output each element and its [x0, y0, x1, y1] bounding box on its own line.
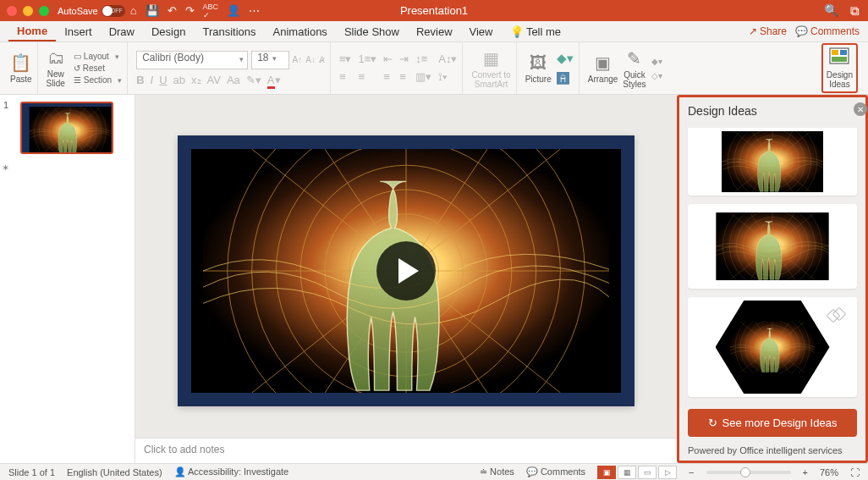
- layout-button[interactable]: ▭ Layout▾: [74, 52, 122, 61]
- share-people-icon[interactable]: ⧉: [850, 3, 860, 19]
- line-spacing-icon[interactable]: ↕≡: [415, 52, 431, 65]
- design-ideas-footer: Powered by Office intelligent services: [679, 440, 865, 461]
- picture-button[interactable]: 🖼 Picture: [525, 53, 552, 84]
- close-icon[interactable]: ✕: [854, 102, 867, 116]
- spellcheck-icon[interactable]: ABC✓: [203, 3, 219, 19]
- new-slide-button[interactable]: 🗂 New Slide: [41, 42, 70, 94]
- see-more-design-ideas-button[interactable]: ↻ See more Design Ideas: [688, 409, 857, 437]
- highlight-icon[interactable]: ✎▾: [246, 74, 261, 86]
- shape-outline-icon[interactable]: ◇▾: [651, 71, 662, 80]
- tab-view[interactable]: View: [461, 23, 502, 41]
- arrange-button[interactable]: ▣ Arrange: [588, 52, 618, 84]
- design-ideas-icon: [829, 47, 849, 69]
- save-icon[interactable]: 💾: [146, 4, 159, 17]
- font-name-select[interactable]: Calibri (Body)▾: [136, 51, 248, 69]
- reading-view-icon[interactable]: ▭: [638, 466, 656, 479]
- notes-pane[interactable]: Click to add notes: [135, 438, 677, 463]
- more-qat-icon[interactable]: ⋯: [249, 4, 260, 17]
- font-color-icon[interactable]: A▾: [267, 74, 281, 86]
- tab-review[interactable]: Review: [408, 23, 461, 41]
- quick-styles-button[interactable]: ✎ Quick Styles: [623, 48, 646, 89]
- share-button[interactable]: ↗ Share: [749, 25, 787, 37]
- zoom-percent[interactable]: 76%: [820, 467, 838, 477]
- sorter-view-icon[interactable]: ▦: [618, 466, 636, 479]
- home-icon[interactable]: ⌂: [130, 4, 137, 17]
- slide-canvas[interactable]: [178, 135, 635, 406]
- textbox-icon[interactable]: 🅰: [557, 71, 574, 86]
- tab-transitions[interactable]: Transitions: [194, 23, 264, 41]
- comments-button[interactable]: 💬 Comments: [795, 25, 860, 37]
- design-idea-2[interactable]: [688, 204, 857, 289]
- text-direction-icon[interactable]: A↕▾: [438, 52, 457, 65]
- strike-icon[interactable]: ab: [173, 74, 185, 86]
- fit-to-window-icon[interactable]: ⛶: [850, 467, 860, 477]
- tab-animations[interactable]: Animations: [265, 23, 336, 41]
- tab-slideshow[interactable]: Slide Show: [336, 23, 408, 41]
- slide-thumbnail-rail: 1 ✶: [0, 95, 135, 463]
- redo-icon[interactable]: ↷: [185, 4, 195, 17]
- italic-icon[interactable]: I: [151, 74, 154, 86]
- autosave-label: AutoSave: [58, 6, 98, 16]
- normal-view-icon[interactable]: ▣: [597, 466, 616, 479]
- minimize-window-icon[interactable]: [23, 6, 33, 16]
- underline-icon[interactable]: U: [159, 74, 167, 86]
- slide-thumbnail-1[interactable]: [20, 102, 113, 154]
- columns-icon[interactable]: ▥▾: [415, 70, 431, 84]
- bullets-icon[interactable]: ≡▾: [339, 52, 352, 65]
- language-status[interactable]: English (United States): [67, 467, 162, 477]
- autosave-toggle[interactable]: AutoSave OFF: [58, 5, 125, 17]
- subscript-icon[interactable]: x₂: [191, 74, 201, 86]
- justify-icon[interactable]: ≡: [399, 70, 409, 84]
- fullscreen-window-icon[interactable]: [39, 6, 49, 16]
- section-button[interactable]: ☰ Section▾: [74, 75, 122, 85]
- zoom-in-icon[interactable]: +: [803, 467, 808, 477]
- accessibility-status[interactable]: 👤 Accessibility: Investigate: [174, 466, 289, 477]
- document-title: Presentation1: [400, 4, 468, 17]
- slide-count[interactable]: Slide 1 of 1: [8, 467, 55, 477]
- search-icon[interactable]: 🔍: [824, 3, 838, 19]
- quick-styles-icon: ✎: [627, 48, 641, 69]
- slideshow-view-icon[interactable]: ▷: [658, 466, 677, 479]
- bold-icon[interactable]: B: [136, 74, 144, 86]
- paste-button[interactable]: 📋 Paste: [5, 42, 38, 94]
- align-left-icon[interactable]: ≡: [339, 70, 352, 84]
- text-effects-icon[interactable]: AV: [207, 74, 221, 86]
- smartart-icon: ▦: [483, 48, 499, 69]
- design-idea-3[interactable]: [688, 297, 857, 397]
- clear-format-icon[interactable]: A̷: [319, 55, 325, 64]
- close-window-icon[interactable]: [7, 6, 17, 16]
- comments-toggle[interactable]: 💬 Comments: [526, 466, 585, 477]
- reset-button[interactable]: ↺ Reset: [74, 63, 122, 73]
- tell-me[interactable]: 💡 Tell me: [502, 23, 570, 41]
- notes-toggle[interactable]: ≐ Notes: [480, 466, 514, 477]
- undo-icon[interactable]: ↶: [168, 4, 177, 17]
- zoom-slider[interactable]: [706, 471, 791, 474]
- convert-smartart-button[interactable]: ▦ Convert to SmartArt: [466, 42, 516, 94]
- tab-design[interactable]: Design: [143, 23, 194, 41]
- video-placeholder[interactable]: [191, 149, 621, 393]
- decrease-font-icon[interactable]: A↓: [305, 55, 316, 64]
- font-size-select[interactable]: 18▾: [251, 51, 288, 69]
- clipboard-icon: 📋: [10, 52, 31, 73]
- align-center-icon[interactable]: ≡: [358, 70, 376, 84]
- tab-draw[interactable]: Draw: [101, 23, 143, 41]
- outdent-icon[interactable]: ⇤: [383, 52, 393, 65]
- tab-insert[interactable]: Insert: [56, 23, 101, 41]
- align-text-icon[interactable]: ⟟▾: [438, 70, 457, 84]
- svg-rect-15: [832, 50, 838, 55]
- tab-home[interactable]: Home: [8, 22, 56, 41]
- accessibility-person-icon[interactable]: 👤: [227, 4, 240, 17]
- play-icon[interactable]: [376, 241, 436, 301]
- slide-number: 1: [3, 100, 8, 110]
- ribbon-tabs: Home Insert Draw Design Transitions Anim…: [0, 21, 868, 42]
- change-case-icon[interactable]: Aa: [227, 74, 240, 86]
- design-ideas-button[interactable]: Design Ideas: [821, 43, 858, 93]
- numbering-icon[interactable]: 1≡▾: [358, 52, 376, 65]
- shapes-icon[interactable]: ◆▾: [557, 51, 574, 66]
- zoom-out-icon[interactable]: −: [689, 467, 694, 477]
- indent-icon[interactable]: ⇥: [399, 52, 409, 65]
- design-idea-1[interactable]: [688, 128, 857, 196]
- shape-fill-icon[interactable]: ◆▾: [651, 57, 662, 66]
- align-right-icon[interactable]: ≡: [383, 70, 393, 84]
- increase-font-icon[interactable]: A↑: [293, 55, 303, 64]
